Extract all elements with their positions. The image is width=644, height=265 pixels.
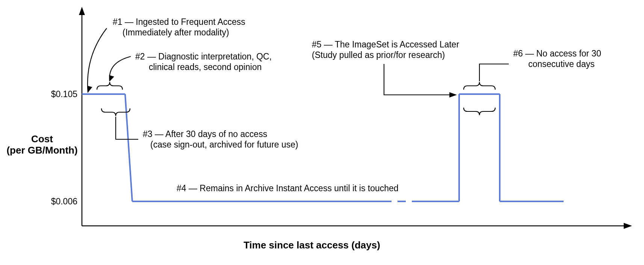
svg-text:#3 — After 30 days of no acces: #3 — After 30 days of no access: [143, 129, 267, 139]
svg-text:#4 — Remains in Archive Instan: #4 — Remains in Archive Instant Access u…: [177, 183, 399, 193]
svg-text:clinical reads, second opinion: clinical reads, second opinion: [149, 62, 262, 72]
svg-text:(Immediately after modality): (Immediately after modality): [122, 27, 229, 37]
ytick-high: $0.105: [51, 89, 77, 99]
svg-text:#5 — The ImageSet is Accessed : #5 — The ImageSet is Accessed Later: [312, 40, 459, 49]
annotation-5: #5 — The ImageSet is Accessed Later (Stu…: [312, 40, 459, 97]
annotation-2: #2 — Diagnostic interpretation, QC, clin…: [97, 52, 272, 90]
svg-text:(case sign-out, archived for f: (case sign-out, archived for future use): [150, 140, 298, 149]
x-axis-label: Time since last access (days): [243, 239, 380, 251]
y-axis-label-line1: Cost: [31, 133, 53, 145]
svg-text:#6 — No access for 30: #6 — No access for 30: [513, 49, 601, 58]
svg-text:(Study pulled as prior/for res: (Study pulled as prior/for research): [312, 50, 445, 60]
annotation-6: #6 — No access for 30 consecutive days: [464, 49, 601, 115]
svg-text:#1 — Ingested to Frequent Acce: #1 — Ingested to Frequent Access: [113, 17, 245, 27]
annotation-3: #3 — After 30 days of no access (case si…: [101, 108, 298, 149]
cost-vs-time-diagram: $0.105 $0.006 Cost (per GB/Month) Time s…: [0, 0, 644, 265]
svg-text:consecutive days: consecutive days: [528, 59, 594, 69]
ytick-low: $0.006: [51, 196, 77, 206]
svg-marker-1: [79, 7, 85, 15]
svg-marker-3: [624, 223, 632, 229]
y-axis-label-line2: (per GB/Month): [6, 145, 77, 156]
svg-text:#2 — Diagnostic interpretation: #2 — Diagnostic interpretation, QC,: [135, 52, 272, 61]
svg-marker-15: [449, 92, 457, 97]
annotation-4: #4 — Remains in Archive Instant Access u…: [177, 183, 399, 193]
